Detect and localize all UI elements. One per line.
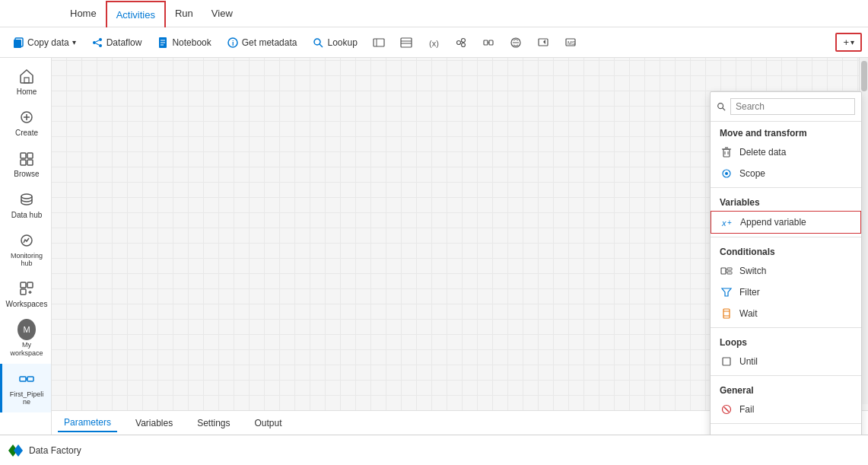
- svg-rect-47: [21, 289, 26, 295]
- data-factory-label: Data Factory: [29, 445, 81, 456]
- item-delete-data[interactable]: Delete data: [711, 142, 861, 163]
- item-switch[interactable]: Switch: [711, 260, 861, 282]
- item-append-variable-label: Append variable: [740, 217, 806, 228]
- svg-line-5: [96, 40, 99, 42]
- filter-icon: [720, 285, 733, 299]
- search-input[interactable]: [730, 98, 855, 115]
- toolbar-icon-3[interactable]: (x): [421, 33, 446, 52]
- item-scope[interactable]: Scope: [711, 163, 861, 184]
- tab-parameters[interactable]: Parameters: [58, 414, 117, 432]
- svg-line-54: [723, 108, 725, 110]
- sidebar-item-my-workspace[interactable]: M My workspace: [0, 314, 51, 364]
- svg-rect-42: [27, 160, 33, 165]
- copy-data-chevron[interactable]: ▾: [72, 38, 76, 46]
- svg-point-3: [99, 38, 102, 41]
- tab-variables[interactable]: Variables: [129, 415, 179, 432]
- divider-4: [711, 375, 861, 376]
- svg-rect-39: [21, 153, 26, 158]
- svg-marker-32: [543, 40, 545, 44]
- sidebar-item-create[interactable]: Create: [0, 102, 51, 143]
- data-factory-logo: Data Factory: [6, 441, 81, 460]
- toolbar-icon-8[interactable]: MS: [558, 33, 583, 52]
- svg-rect-27: [489, 40, 493, 45]
- tab-home[interactable]: Home: [61, 0, 106, 27]
- svg-marker-77: [14, 444, 23, 457]
- svg-point-13: [314, 39, 320, 45]
- sidebar: Home Create Browse Data hub Monitoring h…: [0, 58, 52, 435]
- svg-rect-15: [374, 39, 384, 46]
- toolbar-icon-4[interactable]: [449, 33, 473, 52]
- data-factory-icon: [6, 441, 24, 460]
- svg-rect-17: [401, 38, 412, 47]
- item-switch-label: Switch: [739, 266, 766, 276]
- toolbar-icon-1[interactable]: [367, 33, 391, 52]
- search-icon: [717, 101, 726, 112]
- divider-3: [711, 327, 861, 328]
- svg-rect-46: [27, 282, 33, 288]
- toolbar-get-metadata[interactable]: i Get metadata: [221, 33, 304, 52]
- svg-point-4: [99, 44, 102, 47]
- svg-point-61: [725, 172, 728, 175]
- svg-rect-50: [20, 377, 26, 381]
- item-delete-data-label: Delete data: [739, 147, 786, 158]
- create-icon: [17, 108, 36, 126]
- toolbar-copy-data[interactable]: Copy data ▾: [6, 33, 82, 52]
- svg-line-75: [724, 407, 729, 412]
- item-until[interactable]: Until: [711, 351, 861, 372]
- svg-rect-31: [539, 39, 548, 46]
- section-loops: Loops: [711, 331, 861, 351]
- tab-settings[interactable]: Settings: [191, 415, 236, 432]
- toolbar-dataflow[interactable]: Dataflow: [85, 33, 148, 52]
- add-activity-button[interactable]: + ▾: [835, 33, 862, 52]
- toolbar-notebook[interactable]: Notebook: [151, 33, 217, 52]
- svg-text:i: i: [232, 40, 234, 47]
- item-fail[interactable]: Fail: [711, 399, 861, 420]
- item-append-variable[interactable]: x+ Append variable: [711, 211, 861, 234]
- tab-view[interactable]: View: [202, 0, 242, 27]
- tab-activities[interactable]: Activities: [106, 1, 166, 27]
- item-filter[interactable]: Filter: [711, 282, 861, 303]
- delete-data-icon: [720, 145, 733, 159]
- pipeline-icon: [17, 370, 36, 388]
- data-hub-icon: [17, 190, 36, 209]
- item-wait[interactable]: Wait: [711, 303, 861, 324]
- svg-point-2: [93, 41, 96, 44]
- activity-dropdown: Move and transform Delete data Scope Var…: [710, 91, 862, 435]
- tab-output[interactable]: Output: [249, 415, 288, 432]
- toolbar-icon-2[interactable]: [394, 33, 418, 52]
- sidebar-item-monitoring-hub[interactable]: Monitoring hub: [0, 225, 51, 273]
- browse-icon: [17, 149, 36, 167]
- dropdown-search-container: [711, 92, 861, 122]
- sidebar-item-workspaces[interactable]: Workspaces: [0, 273, 51, 314]
- get-metadata-icon: i: [227, 37, 239, 49]
- svg-text:(x): (x): [429, 39, 439, 48]
- toolbar-icon-6[interactable]: [504, 33, 528, 52]
- item-until-label: Until: [739, 356, 758, 367]
- dataflow-icon: [91, 37, 103, 49]
- toolbar-icon-5[interactable]: [476, 33, 501, 52]
- svg-point-43: [21, 194, 32, 199]
- sidebar-monitoring-label: Monitoring hub: [5, 252, 48, 267]
- svg-rect-35: [24, 78, 29, 83]
- my-workspace-avatar: M: [17, 320, 36, 339]
- sidebar-item-home[interactable]: Home: [0, 61, 51, 102]
- sidebar-my-workspace-label: My workspace: [5, 341, 48, 358]
- sidebar-browse-label: Browse: [14, 170, 39, 178]
- svg-text:+: +: [727, 218, 732, 227]
- svg-marker-69: [722, 288, 731, 296]
- svg-rect-41: [21, 160, 26, 165]
- svg-rect-73: [723, 358, 730, 365]
- toolbar-lookup[interactable]: Lookup: [306, 33, 363, 52]
- svg-rect-66: [727, 272, 732, 274]
- svg-rect-64: [721, 268, 726, 274]
- sidebar-item-data-hub[interactable]: Data hub: [0, 184, 51, 225]
- divider-2: [711, 237, 861, 237]
- toolbar-icon-7[interactable]: [531, 33, 555, 52]
- sidebar-item-first-pipeline[interactable]: First_Pipeli ne: [0, 364, 51, 413]
- divider-1: [711, 187, 861, 188]
- svg-rect-26: [484, 40, 488, 45]
- svg-line-14: [320, 44, 323, 47]
- svg-rect-51: [27, 377, 33, 381]
- tab-run[interactable]: Run: [166, 0, 202, 27]
- sidebar-item-browse[interactable]: Browse: [0, 143, 51, 184]
